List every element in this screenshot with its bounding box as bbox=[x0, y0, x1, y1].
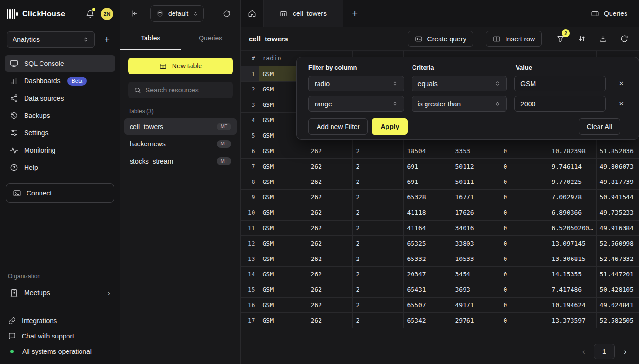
cell[interactable]: 49.916384 bbox=[596, 220, 639, 235]
insert-row-button[interactable]: Insert row bbox=[486, 31, 542, 47]
tab-cell-towers-main[interactable]: cell_towers bbox=[263, 0, 343, 27]
cell[interactable]: 3693 bbox=[452, 282, 500, 297]
workspace-selector[interactable]: Analytics bbox=[7, 31, 95, 48]
cell[interactable]: 18504 bbox=[403, 143, 452, 158]
cell[interactable]: 262 bbox=[307, 235, 352, 251]
cell[interactable]: 262 bbox=[307, 266, 352, 282]
cell[interactable]: 49.817739 bbox=[596, 174, 639, 189]
col-header-num[interactable]: # bbox=[241, 51, 259, 66]
cell[interactable]: 2 bbox=[352, 282, 403, 297]
cell[interactable]: 3353 bbox=[452, 143, 500, 158]
table-list-item-hackernews[interactable]: hackernews MT bbox=[124, 136, 237, 152]
table-list-item-stocks-stream[interactable]: stocks_stream MT bbox=[124, 153, 237, 169]
cell[interactable]: 50111 bbox=[452, 174, 500, 189]
cell[interactable]: 52.582505 bbox=[596, 312, 639, 328]
add-service-button[interactable]: + bbox=[101, 33, 113, 46]
cell[interactable]: 0 bbox=[500, 158, 548, 174]
cell[interactable]: 0 bbox=[500, 297, 548, 312]
create-query-button[interactable]: Create query bbox=[408, 31, 473, 47]
cell[interactable]: 50.941544 bbox=[596, 189, 639, 205]
table-row[interactable]: 8GSM26226915011109.77022549.817739 bbox=[241, 174, 639, 189]
cell[interactable]: 20347 bbox=[403, 266, 452, 282]
cell[interactable]: 262 bbox=[307, 189, 352, 205]
tab-queries[interactable]: Queries bbox=[181, 27, 241, 50]
apply-button[interactable]: Apply bbox=[372, 118, 408, 135]
new-tab-button[interactable]: + bbox=[343, 0, 366, 27]
cell[interactable]: 65328 bbox=[403, 189, 452, 205]
avatar[interactable]: ZN bbox=[101, 8, 113, 20]
table-row[interactable]: 15GSM262265431369307.41748650.428105 bbox=[241, 282, 639, 297]
sidebar-item-backups[interactable]: Backups bbox=[5, 107, 115, 124]
page-number[interactable]: 1 bbox=[594, 344, 615, 359]
sidebar-item-monitoring[interactable]: Monitoring bbox=[5, 142, 115, 158]
cell[interactable]: 0 bbox=[500, 282, 548, 297]
cell[interactable]: 262 bbox=[307, 282, 352, 297]
next-page-icon[interactable]: › bbox=[618, 344, 632, 359]
cell[interactable]: 691 bbox=[403, 174, 452, 189]
cell[interactable]: 16771 bbox=[452, 189, 500, 205]
cell[interactable]: 6.52050200… bbox=[548, 220, 596, 235]
connect-button[interactable]: Connect bbox=[6, 183, 114, 203]
cell[interactable]: GSM bbox=[259, 220, 307, 235]
cell[interactable]: 2 bbox=[352, 189, 403, 205]
cell[interactable]: 2 bbox=[352, 143, 403, 158]
cell[interactable]: 17626 bbox=[452, 205, 500, 220]
cell[interactable]: 3454 bbox=[452, 266, 500, 282]
table-list-item-cell-towers[interactable]: cell_towers MT bbox=[124, 118, 237, 135]
filter-button[interactable]: 2 bbox=[553, 31, 568, 47]
cell[interactable]: 262 bbox=[307, 251, 352, 266]
sidebar-item-data-sources[interactable]: Data sources bbox=[5, 90, 115, 106]
cell[interactable]: 10.782398 bbox=[548, 143, 596, 158]
cell[interactable]: 65507 bbox=[403, 297, 452, 312]
cell[interactable]: 41118 bbox=[403, 205, 452, 220]
cell[interactable]: GSM bbox=[259, 312, 307, 328]
cell[interactable]: 49171 bbox=[452, 297, 500, 312]
cell[interactable]: GSM bbox=[259, 297, 307, 312]
filter-value-input[interactable] bbox=[514, 76, 606, 91]
filter-column-select[interactable]: range bbox=[308, 96, 404, 112]
cell[interactable]: 2 bbox=[352, 158, 403, 174]
cell[interactable]: 7.002978 bbox=[548, 189, 596, 205]
cell[interactable]: 262 bbox=[307, 220, 352, 235]
clear-all-button[interactable]: Clear All bbox=[579, 118, 620, 135]
filter-value-input[interactable] bbox=[514, 96, 606, 112]
cell[interactable]: 14.15355 bbox=[548, 266, 596, 282]
tab-tables[interactable]: Tables bbox=[120, 27, 181, 50]
cell[interactable]: GSM bbox=[259, 189, 307, 205]
cell[interactable]: 2 bbox=[352, 312, 403, 328]
cell[interactable]: 50.428105 bbox=[596, 282, 639, 297]
cell[interactable]: 262 bbox=[307, 174, 352, 189]
cell[interactable]: 0 bbox=[500, 312, 548, 328]
cell[interactable]: 691 bbox=[403, 158, 452, 174]
table-row[interactable]: 13GSM26226533210533013.30681552.467332 bbox=[241, 251, 639, 266]
cell[interactable]: 10.194624 bbox=[548, 297, 596, 312]
prev-page-icon[interactable]: ‹ bbox=[576, 344, 591, 359]
sidebar-item-settings[interactable]: Settings bbox=[5, 125, 115, 141]
cell[interactable]: 2 bbox=[352, 251, 403, 266]
cell[interactable]: 262 bbox=[307, 158, 352, 174]
cell[interactable]: GSM bbox=[259, 205, 307, 220]
cell[interactable]: 2 bbox=[352, 266, 403, 282]
cell[interactable]: 262 bbox=[307, 297, 352, 312]
cell[interactable]: 29761 bbox=[452, 312, 500, 328]
cell[interactable]: 0 bbox=[500, 235, 548, 251]
remove-filter-icon[interactable]: ✕ bbox=[615, 78, 627, 90]
cell[interactable]: 2 bbox=[352, 297, 403, 312]
sidebar-item-sql-console[interactable]: SQL Console bbox=[5, 55, 115, 72]
cell[interactable]: 262 bbox=[307, 312, 352, 328]
chat-support-link[interactable]: Chat with support bbox=[8, 329, 112, 343]
table-row[interactable]: 9GSM2622653281677107.00297850.941544 bbox=[241, 189, 639, 205]
refresh-button[interactable] bbox=[617, 31, 631, 47]
cell[interactable]: GSM bbox=[259, 174, 307, 189]
download-button[interactable] bbox=[596, 31, 610, 47]
cell[interactable]: 51.852036 bbox=[596, 143, 639, 158]
sidebar-item-meetups[interactable]: Meetups › bbox=[5, 285, 115, 301]
cell[interactable]: 9.770225 bbox=[548, 174, 596, 189]
cell[interactable]: 7.417486 bbox=[548, 282, 596, 297]
cell[interactable]: 49.735233 bbox=[596, 205, 639, 220]
cell[interactable]: GSM bbox=[259, 143, 307, 158]
cell[interactable]: 13.097145 bbox=[548, 235, 596, 251]
cell[interactable]: 0 bbox=[500, 174, 548, 189]
cell[interactable]: GSM bbox=[259, 251, 307, 266]
cell[interactable]: 0 bbox=[500, 205, 548, 220]
